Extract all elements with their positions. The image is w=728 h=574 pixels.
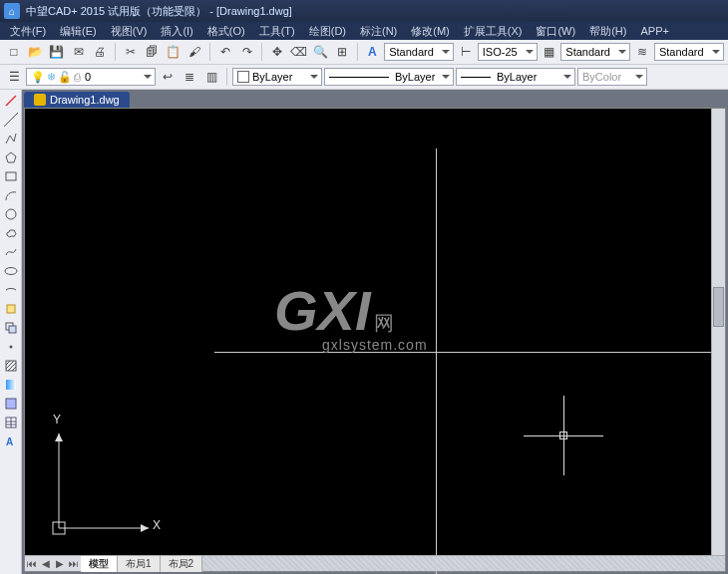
copy-button[interactable]: 🗐 <box>142 42 162 62</box>
separator <box>261 43 262 61</box>
hatch-tool[interactable] <box>2 357 20 375</box>
scrollbar-thumb[interactable] <box>713 287 724 327</box>
pline-tool[interactable] <box>2 130 20 147</box>
layout-nav-first[interactable]: ⏮ <box>25 558 39 569</box>
zoom-ext-button[interactable]: ⊞ <box>332 42 352 62</box>
menu-window[interactable]: 窗口(W) <box>530 23 581 40</box>
make-block-tool[interactable] <box>2 319 20 337</box>
paste-button[interactable]: 📋 <box>164 42 183 62</box>
ellipse-arc-tool[interactable] <box>2 281 20 299</box>
mline-style-dropdown[interactable]: Standard <box>654 43 724 61</box>
menu-dim[interactable]: 标注(N) <box>354 23 403 40</box>
spline-tool[interactable] <box>2 243 20 261</box>
layout-tab-filler <box>202 556 725 571</box>
erase-button[interactable]: ⌫ <box>289 42 309 62</box>
pan-button[interactable]: ✥ <box>267 42 287 62</box>
new-button[interactable]: □ <box>4 42 24 62</box>
layer-states-button[interactable]: ≣ <box>180 67 199 87</box>
insert-block-tool[interactable] <box>2 300 20 318</box>
menu-view[interactable]: 视图(V) <box>105 23 154 40</box>
vertical-scrollbar[interactable] <box>711 109 725 555</box>
document-frame: Drawing1.dwg GXI 网 gxlsystem.com <box>22 90 728 574</box>
layer-dropdown[interactable]: 💡 ❄ 🔓 ⎙ 0 <box>26 68 156 86</box>
linetype-dropdown[interactable]: ByLayer <box>324 68 454 86</box>
layout-nav-next[interactable]: ▶ <box>53 558 67 569</box>
watermark-big: GXI <box>274 279 370 342</box>
svg-rect-8 <box>9 326 16 333</box>
mtext-tool[interactable]: A <box>2 432 20 450</box>
drawing-canvas[interactable]: GXI 网 gxlsystem.com <box>24 108 726 572</box>
svg-rect-15 <box>6 380 16 390</box>
text-style-dropdown[interactable]: Standard <box>384 43 454 61</box>
layer-toolbar: ☰ 💡 ❄ 🔓 ⎙ 0 ↩ ≣ ▥ ByLayer ByLayer ByLaye… <box>0 65 728 90</box>
save-button[interactable]: 💾 <box>47 42 67 62</box>
lineweight-dropdown[interactable]: ByLayer <box>456 68 575 86</box>
layout-nav-last[interactable]: ⏭ <box>67 558 81 569</box>
matchprop-button[interactable]: 🖌 <box>185 42 205 62</box>
zoom-button[interactable]: 🔍 <box>310 42 330 62</box>
layout-tab-1[interactable]: 布局1 <box>118 556 161 572</box>
menu-app[interactable]: APP+ <box>634 24 674 38</box>
table-tool[interactable] <box>2 414 20 431</box>
layout-tab-2[interactable]: 布局2 <box>161 556 203 572</box>
dim-style-icon[interactable]: ⊢ <box>456 42 476 62</box>
point-tool[interactable] <box>2 338 20 356</box>
dim-style-dropdown[interactable]: ISO-25 <box>478 43 538 61</box>
table-style-icon[interactable]: ▦ <box>540 42 559 62</box>
title-bar[interactable]: ⌂ 中望CAD+ 2015 试用版（功能受限） - [Drawing1.dwg] <box>0 0 728 22</box>
xline-tool[interactable] <box>2 111 20 129</box>
menu-file[interactable]: 文件(F) <box>4 23 52 40</box>
svg-marker-25 <box>55 433 63 441</box>
layer-manager-button[interactable]: ☰ <box>4 67 24 87</box>
watermark: GXI 网 gxlsystem.com <box>274 278 428 353</box>
cut-button[interactable]: ✂ <box>121 42 141 62</box>
draw-toolbar: A <box>0 90 22 574</box>
region-tool[interactable] <box>2 395 20 413</box>
menu-help[interactable]: 帮助(H) <box>583 23 632 40</box>
plotstyle-dropdown[interactable]: ByColor <box>577 68 647 86</box>
linetype-value: ByLayer <box>395 71 435 83</box>
color-dropdown[interactable]: ByLayer <box>232 68 322 86</box>
print-button[interactable]: 🖨 <box>90 42 110 62</box>
menu-edit[interactable]: 编辑(E) <box>54 23 103 40</box>
open-button[interactable]: 📂 <box>26 42 46 62</box>
table-style-dropdown[interactable]: Standard <box>560 43 630 61</box>
mail-button[interactable]: ✉ <box>69 42 89 62</box>
linetype-preview-icon <box>329 77 389 78</box>
mline-style-icon[interactable]: ≋ <box>632 42 652 62</box>
line-tool[interactable] <box>2 92 20 110</box>
text-style-icon[interactable]: A <box>363 42 383 62</box>
circle-tool[interactable] <box>2 205 20 223</box>
ellipse-tool[interactable] <box>2 262 20 280</box>
svg-line-1 <box>4 113 18 127</box>
plot-icon: ⎙ <box>74 71 81 83</box>
layout-nav-prev[interactable]: ◀ <box>39 558 53 569</box>
redo-button[interactable]: ↷ <box>237 42 257 62</box>
polygon-tool[interactable] <box>2 148 20 166</box>
layer-prev-button[interactable]: ↩ <box>158 67 178 87</box>
gradient-tool[interactable] <box>2 376 20 394</box>
menu-format[interactable]: 格式(O) <box>201 23 251 40</box>
separator <box>115 43 116 61</box>
layer-iso-button[interactable]: ▥ <box>201 67 221 87</box>
layout-tab-model[interactable]: 模型 <box>81 556 118 572</box>
document-tab-active[interactable]: Drawing1.dwg <box>24 92 130 108</box>
menu-ext[interactable]: 扩展工具(X) <box>458 23 529 40</box>
menu-modify[interactable]: 修改(M) <box>405 23 456 40</box>
app-logo-icon: ⌂ <box>4 3 20 19</box>
undo-button[interactable]: ↶ <box>215 42 235 62</box>
bulb-icon: 💡 <box>31 71 45 84</box>
color-swatch-icon <box>237 71 249 83</box>
menu-insert[interactable]: 插入(I) <box>155 23 198 40</box>
separator <box>226 68 227 86</box>
rectangle-tool[interactable] <box>2 167 20 185</box>
menu-draw[interactable]: 绘图(D) <box>303 23 352 40</box>
menu-tools[interactable]: 工具(T) <box>253 23 301 40</box>
separator <box>209 43 210 61</box>
revcloud-tool[interactable] <box>2 224 20 242</box>
document-tab-label: Drawing1.dwg <box>50 94 120 106</box>
arc-tool[interactable] <box>2 186 20 204</box>
freeze-icon: ❄ <box>47 71 56 84</box>
lineweight-preview-icon <box>461 77 491 78</box>
svg-rect-17 <box>6 418 16 428</box>
